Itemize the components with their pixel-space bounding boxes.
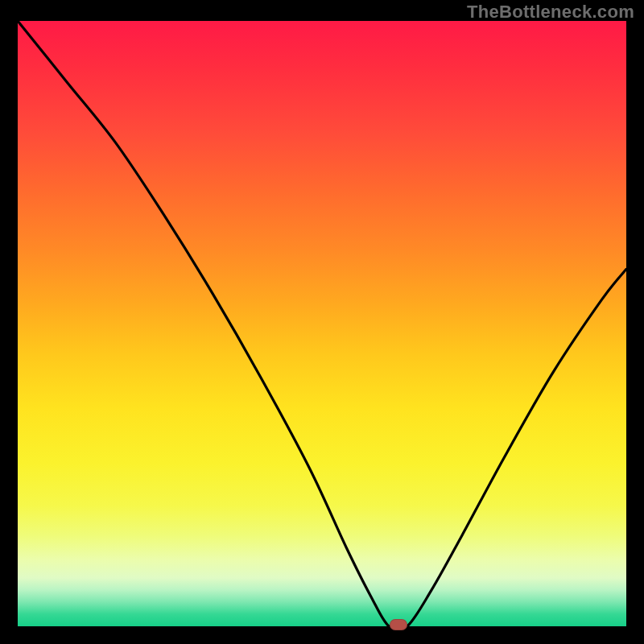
curve-svg [18,21,626,626]
watermark-text: TheBottleneck.com [467,2,634,23]
plot-area [18,21,626,626]
bottleneck-curve [18,21,626,630]
optimal-point-marker [390,619,407,630]
chart-frame: TheBottleneck.com [0,0,644,644]
